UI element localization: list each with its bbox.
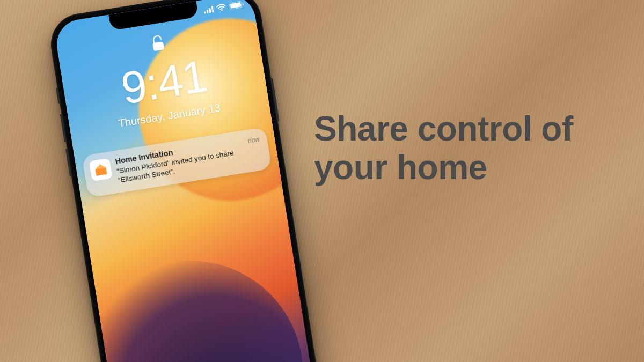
svg-rect-8	[152, 41, 164, 51]
mute-switch	[56, 87, 61, 104]
promo-scene: Share control of your home	[0, 0, 644, 362]
volume-down-button	[65, 149, 72, 176]
unlock-icon	[151, 34, 165, 54]
svg-rect-1	[207, 10, 209, 13]
wifi-icon	[216, 3, 226, 12]
iphone-mockup: 9:41 Thursday, January 13 Home Invitatio…	[0, 0, 354, 362]
volume-up-button	[60, 114, 67, 142]
svg-rect-2	[209, 8, 211, 12]
status-bar	[203, 1, 244, 14]
marketing-headline: Share control of your home	[314, 110, 614, 187]
cellular-signal-icon	[203, 6, 214, 14]
notification-timestamp: now	[247, 136, 260, 145]
svg-rect-0	[204, 11, 206, 13]
battery-icon	[229, 1, 244, 10]
svg-rect-7	[242, 3, 244, 5]
svg-rect-6	[230, 2, 241, 9]
home-app-icon	[89, 158, 112, 181]
lock-screen[interactable]: 9:41 Thursday, January 13 Home Invitatio…	[53, 0, 316, 362]
svg-rect-3	[211, 6, 214, 12]
svg-point-4	[221, 10, 223, 11]
display-notch	[108, 1, 199, 31]
